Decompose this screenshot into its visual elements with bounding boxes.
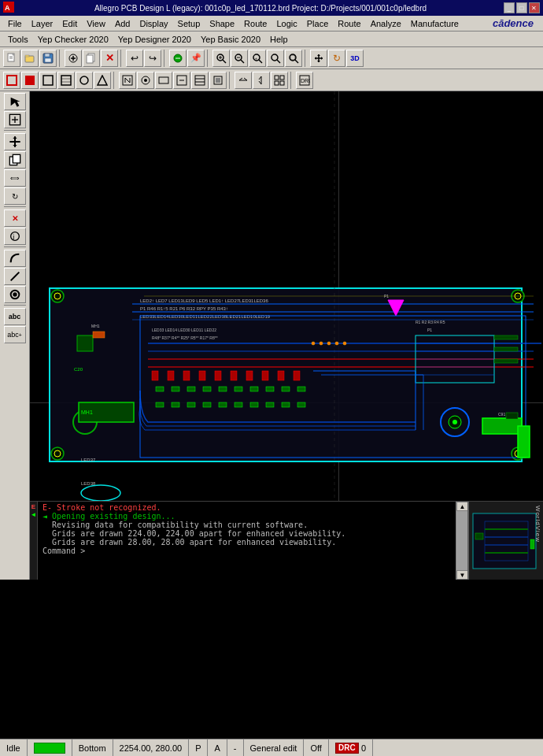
menu-manufacture[interactable]: Manufacture	[406, 17, 464, 30]
menu-yep-checker[interactable]: Yep Checker 2020	[33, 33, 113, 46]
svg-text:+: +	[255, 56, 257, 61]
tb2-btn-15[interactable]	[271, 72, 288, 89]
title-bar: A Allegro PCB Design L (legacy): 001c0p_…	[0, 0, 543, 16]
pan-button[interactable]	[310, 50, 327, 67]
menu-add[interactable]: Add	[110, 17, 135, 30]
maximize-button[interactable]: □	[516, 2, 527, 13]
tb2-btn-6[interactable]	[94, 72, 111, 89]
ratsnest-button[interactable]	[169, 50, 187, 67]
add-button[interactable]	[65, 50, 82, 67]
menu-edit[interactable]: Edit	[57, 17, 82, 30]
svg-point-72	[13, 292, 17, 296]
scroll-track[interactable]	[456, 511, 467, 570]
lt-text[interactable]: abc	[4, 308, 26, 325]
tb2-btn-5[interactable]	[76, 72, 93, 89]
lt-sep-1	[4, 130, 26, 132]
tb2-btn-9[interactable]	[155, 72, 172, 89]
menu-shape[interactable]: Shape	[205, 17, 239, 30]
minimize-button[interactable]: _	[504, 2, 515, 13]
canvas-area[interactable]: LED2↑ LED7 LED13LED9 LED5 LED1↑ LED27LED…	[30, 91, 543, 580]
save-button[interactable]	[39, 50, 57, 67]
menu-file[interactable]: File	[3, 17, 27, 30]
redo-button[interactable]: ↪	[144, 50, 161, 67]
menu-place[interactable]: Place	[302, 17, 334, 30]
undo-button[interactable]: ↩	[126, 50, 143, 67]
close-button[interactable]: ✕	[529, 2, 540, 13]
toolbar-1: ✕ ↩ ↪ 📌 + ↻ 3D	[0, 47, 543, 69]
menu-analyze[interactable]: Analyze	[366, 17, 406, 30]
svg-rect-106	[187, 402, 195, 407]
tb2-btn-1[interactable]	[3, 72, 20, 89]
delete-button[interactable]: ✕	[101, 50, 118, 67]
zoom-prev-button[interactable]	[267, 50, 284, 67]
menu-route1[interactable]: Route	[239, 17, 272, 30]
tb2-btn-4[interactable]	[57, 72, 75, 89]
tb2-btn-16[interactable]: DRC	[296, 72, 313, 89]
scroll-down-button[interactable]: ▼	[456, 570, 468, 580]
svg-rect-111	[266, 402, 274, 407]
lt-zoom-area[interactable]	[4, 111, 26, 128]
scroll-up-button[interactable]: ▲	[456, 502, 468, 511]
svg-text:LED33LED14LED30LED11LED22LED38: LED33LED14LED30LED11LED22LED38LED21LED10…	[140, 314, 271, 319]
lt-via[interactable]	[4, 286, 26, 303]
lt-mirror[interactable]: ⟺	[4, 169, 26, 187]
zoom-in-button[interactable]	[212, 50, 230, 67]
lt-property[interactable]: i	[4, 228, 26, 245]
svg-rect-95	[172, 387, 179, 391]
anchor-button[interactable]: 📌	[187, 50, 205, 67]
status-drc-bar: DRC	[335, 743, 359, 754]
svg-line-29	[277, 60, 280, 63]
menu-logic[interactable]: Logic	[272, 17, 301, 30]
minimap-label: WorldView	[534, 506, 541, 543]
separator-3	[164, 50, 167, 67]
svg-rect-105	[172, 402, 179, 407]
3d-button[interactable]: 3D	[346, 50, 364, 67]
svg-rect-124	[494, 359, 518, 363]
menu-view[interactable]: View	[82, 17, 110, 30]
open-button[interactable]	[21, 50, 39, 67]
menu-yep-designer[interactable]: Yep Designer 2020	[113, 33, 196, 46]
menu-display[interactable]: Display	[135, 17, 172, 30]
menu-tools[interactable]: Tools	[3, 33, 33, 46]
menu-help[interactable]: Help	[265, 33, 293, 46]
refresh-button[interactable]: ↻	[328, 50, 345, 67]
menu-layer[interactable]: Layer	[27, 17, 58, 30]
menu-yep-basic[interactable]: Yep Basic 2020	[196, 33, 265, 46]
status-p: P	[189, 739, 208, 756]
new-button[interactable]	[3, 50, 20, 67]
menu-setup[interactable]: Setup	[173, 17, 205, 30]
tb2-btn-10[interactable]	[173, 72, 190, 89]
toolbar-2: DRC	[0, 69, 543, 91]
svg-text:LED33 LED14 LED30 LED11 LED22: LED33 LED14 LED30 LED11 LED22	[152, 328, 216, 332]
svg-rect-61	[280, 81, 284, 85]
zoom-fit-button[interactable]: +	[249, 50, 266, 67]
lt-rotate[interactable]: ↻	[4, 187, 26, 205]
lt-select[interactable]	[4, 93, 26, 110]
tb2-btn-13[interactable]	[235, 72, 252, 89]
svg-rect-58	[275, 76, 279, 80]
tb2-btn-7[interactable]	[119, 72, 136, 89]
svg-rect-107	[203, 402, 211, 407]
lt-move[interactable]	[4, 133, 26, 150]
svg-rect-87	[199, 371, 205, 380]
menu-route2[interactable]: Route	[333, 17, 365, 30]
zoom-window-button[interactable]	[285, 50, 302, 67]
tb2-btn-11[interactable]	[191, 72, 209, 89]
tb2-btn-12[interactable]	[209, 72, 227, 89]
status-mode-text: Idle	[6, 743, 20, 753]
tb2-btn-3[interactable]	[39, 72, 57, 89]
svg-text:P1    R46   R1↑5  R21   P6   R: P1 R46 R1↑5 R21 P6 R32 RPY P35 R43↑	[140, 306, 228, 311]
lt-route2[interactable]	[4, 268, 26, 285]
svg-rect-97	[203, 387, 211, 391]
copy-button[interactable]	[83, 50, 100, 67]
lt-text-add[interactable]: abc+	[4, 326, 26, 343]
lt-delete[interactable]: ✕	[4, 209, 26, 227]
lt-copy[interactable]	[4, 151, 26, 169]
lt-route[interactable]	[4, 250, 26, 267]
status-off: Off	[304, 739, 328, 756]
zoom-out-button[interactable]	[231, 50, 248, 67]
tb2-btn-2[interactable]	[21, 72, 39, 89]
tb2-btn-14[interactable]	[253, 72, 270, 89]
console-scrollbar[interactable]: ▲ ▼	[456, 502, 467, 580]
tb2-btn-8[interactable]	[137, 72, 154, 89]
